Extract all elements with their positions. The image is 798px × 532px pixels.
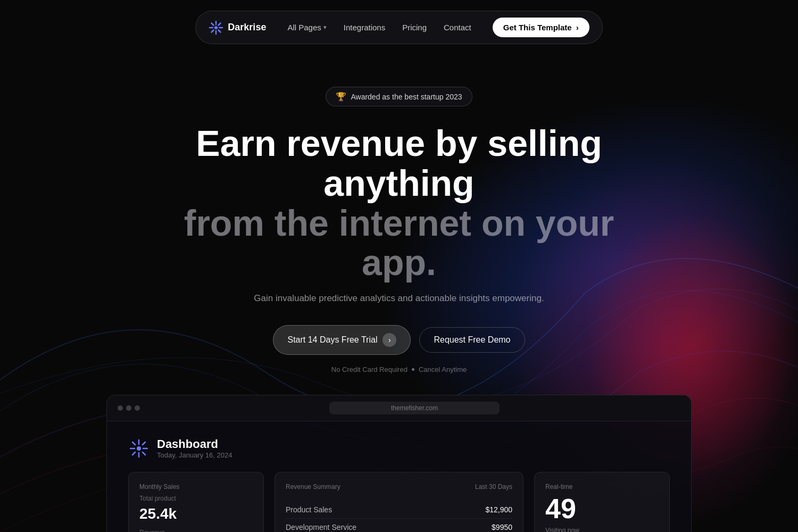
award-badge: 🏆 Awarded as the best startup 2023 xyxy=(326,87,472,106)
logo-icon xyxy=(209,20,223,35)
hero-title-line1: Earn revenue by selling anything xyxy=(196,123,602,203)
hero-title: Earn revenue by selling anything from th… xyxy=(160,123,638,282)
arrow-icon: › xyxy=(576,23,579,32)
arrow-icon: › xyxy=(383,333,396,347)
browser-dots xyxy=(118,405,140,411)
browser-bar: themefisher.com xyxy=(107,395,691,421)
realtime-card: Real-time 49 Visiting now xyxy=(534,472,670,532)
nav-contact[interactable]: Contact xyxy=(444,23,471,32)
dashboard-title: Dashboard xyxy=(157,437,232,451)
hero-buttons: Start 14 Days Free Trial › Request Free … xyxy=(0,325,798,355)
revenue-row-2: Development Service $9950 xyxy=(286,519,512,532)
dashboard-title-block: Dashboard Today, January 16, 2024 xyxy=(157,437,232,459)
total-product-label: Total product xyxy=(139,495,253,502)
dashboard-logo-icon xyxy=(128,438,149,459)
hero-note: No Credit Card Required Cancel Anytime xyxy=(0,365,798,373)
dot-separator xyxy=(412,368,414,371)
start-trial-button[interactable]: Start 14 Days Free Trial › xyxy=(273,325,411,355)
realtime-sub: Visiting now xyxy=(545,527,659,532)
realtime-value: 49 xyxy=(545,495,659,522)
request-demo-button[interactable]: Request Free Demo xyxy=(419,327,525,353)
hero-subtitle: Gain invaluable predictive analytics and… xyxy=(0,293,798,304)
logo-text: Darkrise xyxy=(228,22,266,33)
navbar: Darkrise All Pages ▾ Integrations Pricin… xyxy=(0,0,798,55)
browser-url: themefisher.com xyxy=(329,402,500,414)
get-template-button[interactable]: Get This Template › xyxy=(493,18,589,37)
chevron-down-icon: ▾ xyxy=(323,24,327,31)
browser-dot-2 xyxy=(126,405,131,411)
nav-links: All Pages ▾ Integrations Pricing Contact xyxy=(287,23,471,32)
hero-section: 🏆 Awarded as the best startup 2023 Earn … xyxy=(0,55,798,373)
revenue-label: Revenue xyxy=(139,529,253,532)
dashboard-preview: themefisher.com Dashboard Today, January… xyxy=(106,395,692,532)
dashboard-cards: Monthly Sales Total product 25.4k Revenu… xyxy=(128,472,670,532)
revenue-summary-sublabel: Last 30 Days xyxy=(475,483,512,491)
monthly-sales-card: Monthly Sales Total product 25.4k Revenu… xyxy=(128,472,264,532)
dashboard-date: Today, January 16, 2024 xyxy=(157,451,232,459)
monthly-sales-label: Monthly Sales xyxy=(139,483,253,491)
browser-dot-3 xyxy=(135,405,140,411)
realtime-label: Real-time xyxy=(545,483,659,491)
browser-dot-1 xyxy=(118,405,123,411)
nav-pricing[interactable]: Pricing xyxy=(402,23,427,32)
revenue-summary-card: Revenue Summary Last 30 Days Product Sal… xyxy=(275,472,523,532)
logo-link[interactable]: Darkrise xyxy=(209,20,266,35)
svg-point-1 xyxy=(137,446,141,451)
dashboard-content: Dashboard Today, January 16, 2024 Monthl… xyxy=(107,421,691,532)
dashboard-header: Dashboard Today, January 16, 2024 xyxy=(128,437,670,459)
trophy-icon: 🏆 xyxy=(336,92,346,102)
nav-all-pages[interactable]: All Pages ▾ xyxy=(287,23,326,32)
total-product-value: 25.4k xyxy=(139,505,253,522)
svg-point-0 xyxy=(214,26,218,29)
nav-container: Darkrise All Pages ▾ Integrations Pricin… xyxy=(195,11,602,44)
revenue-row-1: Product Sales $12,900 xyxy=(286,501,512,519)
nav-integrations[interactable]: Integrations xyxy=(344,23,385,32)
hero-title-line2: from the internet on your app. xyxy=(184,203,614,283)
revenue-summary-label: Revenue Summary xyxy=(286,483,340,491)
